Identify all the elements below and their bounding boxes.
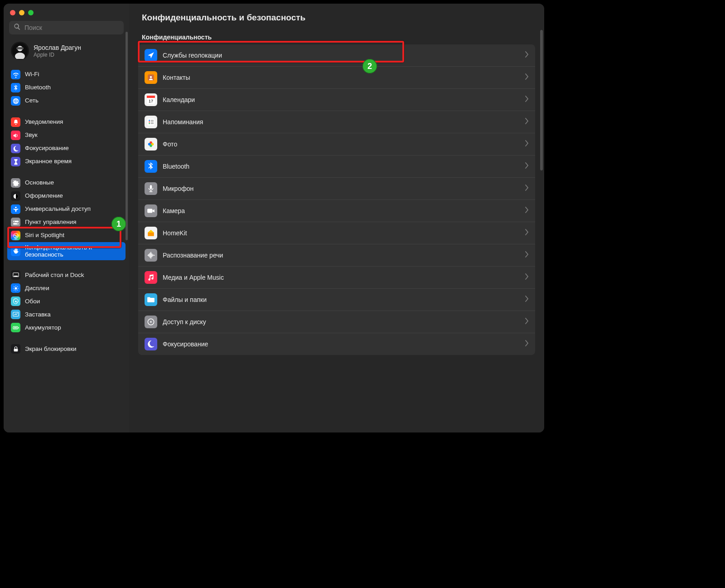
appearance-icon — [11, 191, 20, 201]
sidebar-item-moon[interactable]: Фокусирование — [7, 142, 126, 155]
chevron-right-icon — [525, 273, 529, 282]
privacy-row-label: Доступ к диску — [163, 318, 520, 326]
privacy-row-folder[interactable]: Файлы и папки — [138, 289, 535, 311]
privacy-row-music[interactable]: Медиа и Apple Music — [138, 267, 535, 289]
disk-icon — [145, 316, 157, 328]
privacy-row-label: Фокусирование — [163, 340, 520, 348]
privacy-row-bluetooth[interactable]: Bluetooth — [138, 156, 535, 178]
sidebar: Ярослав Драгун Apple ID Wi-Fi Bluetooth … — [4, 4, 129, 432]
svg-rect-5 — [147, 96, 155, 98]
sidebar-item-label: Фокусирование — [25, 145, 122, 152]
sidebar-item-dock[interactable]: Рабочий стол и Dock — [7, 268, 126, 282]
photos-icon — [145, 138, 157, 151]
main-panel: Конфиденциальность и безопасность Конфид… — [129, 4, 544, 432]
sidebar-item-accessibility[interactable]: Универсальный доступ — [7, 203, 126, 216]
sidebar-item-wallpaper[interactable]: Обои — [7, 295, 126, 308]
sidebar-item-label: Конфиденциальность и безопасность — [25, 244, 122, 258]
privacy-row-contacts[interactable]: Контакты — [138, 67, 535, 89]
accessibility-icon — [11, 204, 20, 214]
home-icon — [145, 227, 157, 239]
battery-icon — [11, 323, 20, 332]
privacy-row-reminders[interactable]: Напоминания — [138, 111, 535, 133]
hourglass-icon — [11, 157, 20, 166]
svg-rect-3 — [16, 47, 24, 49]
lock-icon — [11, 344, 20, 354]
privacy-row-calendar[interactable]: 17 Календари — [138, 89, 535, 111]
sidebar-item-siri[interactable]: Siri и Spotlight — [7, 229, 126, 242]
mic-icon — [145, 182, 157, 195]
search-field[interactable] — [9, 21, 124, 34]
search-icon — [14, 23, 21, 32]
account-text: Ярослав Драгун Apple ID — [34, 44, 81, 58]
settings-window: Ярослав Драгун Apple ID Wi-Fi Bluetooth … — [4, 4, 544, 432]
privacy-row-label: Микрофон — [163, 185, 520, 192]
sidebar-item-speaker[interactable]: Звук — [7, 129, 126, 142]
sidebar-item-appearance[interactable]: Оформление — [7, 190, 126, 203]
privacy-row-moon[interactable]: Фокусирование — [138, 333, 535, 355]
page-title: Конфиденциальность и безопасность — [142, 13, 532, 23]
gear-icon — [11, 178, 20, 188]
moon-icon — [11, 144, 20, 153]
privacy-row-photos[interactable]: Фото — [138, 133, 535, 156]
chevron-right-icon — [525, 296, 529, 304]
sidebar-item-lock[interactable]: Экран блокировки — [7, 342, 126, 355]
sidebar-item-bell[interactable]: Уведомления — [7, 116, 126, 129]
chevron-right-icon — [525, 251, 529, 259]
account-sub: Apple ID — [34, 52, 81, 58]
apple-id-account[interactable]: Ярослав Драгун Apple ID — [4, 39, 129, 66]
sidebar-item-label: Рабочий стол и Dock — [25, 272, 122, 279]
privacy-row-label: Контакты — [163, 74, 520, 81]
sidebar-item-switches[interactable]: Пункт управления — [7, 216, 126, 229]
sidebar-item-label: Уведомления — [25, 118, 122, 126]
section-title: Конфиденциальность — [129, 28, 544, 44]
sidebar-item-label: Bluetooth — [25, 84, 122, 91]
chevron-right-icon — [525, 140, 529, 148]
sidebar-item-hand[interactable]: Конфиденциальность и безопасность — [7, 242, 126, 260]
minimize-window-button[interactable] — [19, 10, 24, 15]
sidebar-item-display[interactable]: Дисплеи — [7, 282, 126, 295]
privacy-row-waveform[interactable]: Распознавание речи — [138, 244, 535, 267]
privacy-row-label: Фото — [163, 141, 520, 148]
privacy-row-disk[interactable]: Доступ к диску — [138, 311, 535, 333]
privacy-row-label: Файлы и папки — [163, 296, 520, 303]
chevron-right-icon — [525, 96, 529, 104]
wallpaper-icon — [11, 296, 20, 306]
sidebar-item-label: Сеть — [25, 97, 122, 104]
sidebar-item-globe[interactable]: Сеть — [7, 94, 126, 107]
siri-icon — [11, 231, 20, 240]
sidebar-item-label: Оформление — [25, 192, 122, 199]
main-scrollbar[interactable] — [540, 30, 543, 170]
sidebar-list[interactable]: Wi-Fi Bluetooth Сеть Уведомления Звук Фо… — [4, 66, 129, 432]
privacy-row-home[interactable]: HomeKit — [138, 222, 535, 244]
privacy-row-location[interactable]: Службы геолокации — [138, 44, 535, 67]
globe-icon — [11, 96, 20, 106]
camera-icon — [145, 204, 157, 217]
privacy-row-mic[interactable]: Микрофон — [138, 178, 535, 200]
sidebar-item-battery[interactable]: Аккумулятор — [7, 321, 126, 334]
sidebar-item-screensaver[interactable]: Заставка — [7, 308, 126, 321]
privacy-row-label: Bluetooth — [163, 163, 520, 170]
sidebar-item-bluetooth[interactable]: Bluetooth — [7, 81, 126, 94]
chevron-right-icon — [525, 318, 529, 326]
sidebar-scrollbar[interactable] — [126, 32, 128, 240]
sidebar-item-label: Siri и Spotlight — [25, 232, 122, 239]
sidebar-item-wifi[interactable]: Wi-Fi — [7, 68, 126, 81]
search-input[interactable] — [24, 24, 119, 31]
sidebar-item-label: Звук — [25, 131, 122, 139]
fullscreen-window-button[interactable] — [28, 10, 34, 15]
sidebar-item-hourglass[interactable]: Экранное время — [7, 155, 126, 168]
chevron-right-icon — [525, 51, 529, 59]
account-name: Ярослав Драгун — [34, 44, 81, 51]
privacy-row-label: Распознавание речи — [163, 252, 520, 259]
chevron-right-icon — [525, 185, 529, 193]
dock-icon — [11, 270, 20, 280]
privacy-row-camera[interactable]: Камера — [138, 200, 535, 222]
privacy-list-wrap[interactable]: Службы геолокации Контакты 17 Календари … — [129, 44, 544, 432]
close-window-button[interactable] — [10, 10, 15, 15]
privacy-row-label: Службы геолокации — [163, 52, 520, 59]
window-controls — [4, 4, 129, 19]
sidebar-item-gear[interactable]: Основные — [7, 176, 126, 190]
sidebar-item-label: Wi-Fi — [25, 71, 122, 78]
sidebar-item-label: Пункт управления — [25, 219, 122, 226]
waveform-icon — [145, 249, 157, 262]
